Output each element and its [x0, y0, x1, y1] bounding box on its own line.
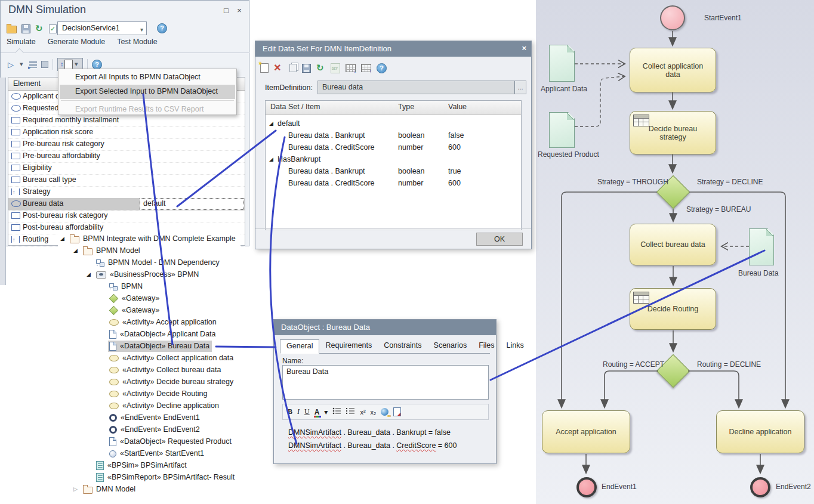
close-icon[interactable]: ×: [522, 44, 526, 52]
save-disk-icon[interactable]: [21, 24, 30, 33]
tree-item[interactable]: «DataObject» Requested Product: [58, 436, 240, 448]
element-row[interactable]: Pre-bureau risk category: [8, 138, 245, 151]
tree-item[interactable]: ◢BPMN Integrate with DMN Complete Exampl…: [58, 233, 240, 245]
open-folder-icon[interactable]: [7, 26, 17, 33]
tree-item[interactable]: BPMN Model - DMN Dependency: [58, 257, 240, 269]
numbered-list-icon[interactable]: [346, 407, 355, 416]
copy-item-icon[interactable]: [289, 64, 297, 72]
tab-links[interactable]: Links: [501, 339, 530, 353]
element-row[interactable]: Bureau call type: [8, 174, 245, 187]
tree-item[interactable]: ◢BPMN Model: [58, 245, 240, 257]
save-disk-icon[interactable]: [302, 64, 311, 73]
tab-test-module[interactable]: Test Module: [117, 38, 157, 46]
expand-open-icon[interactable]: ◢: [73, 245, 79, 256]
browse-button[interactable]: ...: [514, 81, 526, 94]
dataset-group-row[interactable]: ◢default: [266, 118, 521, 129]
tree-item[interactable]: «BPSim» BPSimArtifact: [58, 460, 240, 472]
bpmn-end1[interactable]: [576, 477, 597, 497]
tree-item[interactable]: BPMN: [58, 281, 240, 293]
tree-item[interactable]: «BPSimReport» BPSimArtifact- Result: [58, 472, 240, 484]
element-row[interactable]: Bureau datadefault: [8, 198, 245, 211]
element-row[interactable]: Eligibility: [8, 162, 245, 175]
table-import-in-icon[interactable]: [346, 64, 356, 72]
caret-down-icon[interactable]: ▾: [324, 408, 328, 416]
tree-item[interactable]: «Activity» Decide bureau strategy: [58, 376, 240, 388]
ok-button[interactable]: OK: [476, 233, 523, 246]
tab-general[interactable]: General: [280, 339, 319, 354]
delete-red-icon[interactable]: [274, 63, 282, 73]
run-play-icon[interactable]: [8, 60, 16, 69]
tree-item[interactable]: «Activity» Accept application: [58, 317, 240, 329]
element-row[interactable]: Pre-bureau affordability: [8, 150, 245, 163]
dataset-value-cell[interactable]: default: [140, 198, 244, 210]
tab-scenarios[interactable]: Scenarios: [428, 339, 473, 353]
decision-service-select[interactable]: DecisionService1 ▾: [57, 21, 147, 35]
table-import-out-icon[interactable]: [361, 64, 371, 72]
tree-item[interactable]: «Activity» Collect bureau data: [58, 364, 240, 376]
stop-square-icon[interactable]: [41, 61, 48, 68]
bold-icon[interactable]: B: [288, 407, 292, 416]
step-into-icon[interactable]: [29, 61, 37, 68]
tree-item[interactable]: «Gateway»: [58, 293, 240, 305]
tree-item[interactable]: ▷DMN Model: [58, 484, 240, 496]
element-row[interactable]: Application risk score: [8, 126, 245, 139]
menu-item[interactable]: Export Selected Input to BPMN DataObject: [60, 85, 235, 99]
bpmn-end2[interactable]: [750, 477, 770, 497]
help-circle-icon[interactable]: [92, 60, 102, 70]
tab-generate-module[interactable]: Generate Module: [48, 38, 106, 46]
notes-area[interactable]: DMNSimArtifact . Bureau_data . Bankrupt …: [282, 422, 489, 460]
tree-item[interactable]: «Activity» Collect application data: [58, 353, 240, 364]
bpmn-decide-bureau[interactable]: Decide bureau strategy: [630, 111, 716, 154]
validate-page-icon[interactable]: [49, 24, 57, 33]
dataset-item-row[interactable]: Bureau data . Bankruptbooleantrue: [266, 165, 521, 177]
dataset-group-row[interactable]: ◢HasBankrupt: [266, 153, 521, 165]
tab-constraints[interactable]: Constraints: [378, 339, 427, 353]
tab-requirements[interactable]: Requirements: [319, 339, 378, 353]
bpmn-start1[interactable]: [660, 5, 685, 30]
expand-open-icon[interactable]: ◢: [87, 269, 92, 280]
tree-item[interactable]: «Activity» Decline application: [58, 400, 240, 412]
dataset-item-row[interactable]: Bureau data . Bankruptbooleanfalse: [266, 129, 521, 141]
item-definition-field[interactable]: Bureau data: [317, 81, 514, 94]
tree-item[interactable]: «DataObject» Applicant Data: [58, 329, 240, 341]
tree-item[interactable]: «EndEvent» EndEvent2: [58, 424, 240, 436]
element-row[interactable]: Post-bureau risk category: [8, 210, 245, 222]
expand-open-icon[interactable]: ◢: [269, 153, 273, 165]
chevron-down-icon[interactable]: ▾: [140, 23, 143, 36]
bpmn-applicant-data[interactable]: [549, 45, 575, 82]
subscript-icon[interactable]: x₂: [371, 409, 377, 416]
refresh-green-icon[interactable]: [35, 24, 44, 33]
caret-down-icon[interactable]: [20, 61, 25, 68]
maximize-icon[interactable]: □: [221, 6, 231, 15]
bpmn-collect-app[interactable]: Collect application data: [630, 48, 716, 92]
underline-icon[interactable]: U: [304, 407, 310, 416]
tree-item[interactable]: «StartEvent» StartEvent1: [58, 448, 240, 460]
bpmn-gateway2[interactable]: [656, 354, 690, 388]
refresh-green-icon[interactable]: [316, 64, 325, 73]
expand-open-icon[interactable]: ◢: [60, 233, 66, 245]
help-circle-icon[interactable]: [377, 63, 387, 73]
help-icon[interactable]: [157, 23, 167, 33]
dataset-item-row[interactable]: Bureau data . CreditScorenumber600: [266, 177, 521, 189]
close-icon[interactable]: ×: [235, 6, 244, 15]
tab-simulate[interactable]: Simulate: [7, 38, 36, 46]
bullet-list-icon[interactable]: [332, 407, 341, 416]
italic-icon[interactable]: I: [297, 407, 300, 416]
tree-item[interactable]: ◢«BusinessProcess» BPMN: [58, 269, 240, 281]
name-field[interactable]: Bureau Data: [282, 365, 489, 400]
tree-item[interactable]: «Gateway»: [58, 305, 240, 317]
element-row[interactable]: Strategy: [8, 186, 245, 199]
tree-item[interactable]: «DataObject» Bureau Data: [58, 341, 240, 353]
note-document-icon[interactable]: [393, 407, 401, 416]
menu-item[interactable]: Export All Inputs to BPMN DataObject: [60, 70, 235, 85]
tree-item[interactable]: «Activity» Decide Routing: [58, 388, 240, 400]
tab-files[interactable]: Files: [473, 339, 500, 353]
def-report-icon[interactable]: [331, 63, 340, 73]
bpmn-bureau-data[interactable]: [749, 228, 774, 265]
font-color-icon[interactable]: A: [314, 408, 320, 416]
dataset-item-row[interactable]: Bureau data . CreditScorenumber600: [266, 141, 521, 153]
bpmn-accept-app[interactable]: Accept application: [542, 410, 630, 453]
hyperlink-globe-icon[interactable]: [381, 408, 388, 416]
expand-closed-icon[interactable]: ▷: [73, 484, 79, 495]
tree-item[interactable]: «EndEvent» EndEvent1: [58, 412, 240, 424]
